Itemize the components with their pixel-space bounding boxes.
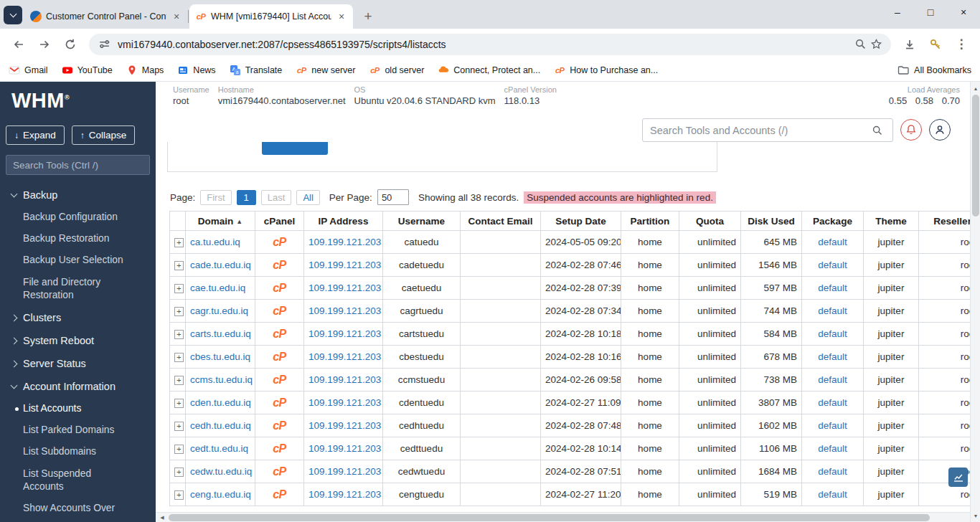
collapse-button[interactable]: ↑ Collapse [72,125,136,145]
column-header-package[interactable]: Package [802,212,864,231]
expand-row-icon[interactable]: + [174,422,184,431]
cpanel-login-icon[interactable]: cP [273,305,286,317]
analytics-fab[interactable] [948,468,968,487]
url-bar[interactable]: vmi1679440.contaboserver.net:2087/cpsess… [89,34,891,55]
expand-row-icon[interactable]: + [174,468,184,477]
vertical-scroll-thumb[interactable] [972,95,979,217]
site-controls-icon[interactable] [96,37,112,52]
ip-address-link[interactable]: 109.199.121.203 [308,283,381,293]
ip-address-link[interactable]: 109.199.121.203 [308,237,381,247]
expand-row-icon[interactable]: + [174,445,184,454]
column-header-quota[interactable]: Quota [679,212,741,231]
tab-close-icon[interactable]: × [171,11,182,22]
sidebar-item-clusters[interactable]: Clusters [0,306,156,329]
package-link[interactable]: default [818,328,847,339]
cpanel-login-icon[interactable]: cP [273,259,286,271]
expand-button[interactable]: ↓ Expand [6,125,65,145]
sidebar-item-list-suspended-accounts[interactable]: List Suspended Accounts [0,463,156,498]
domain-link[interactable]: cae.tu.edu.iq [190,283,245,293]
browser-tab-whm[interactable]: cP WHM [vmi1679440] List Accou × [189,4,353,29]
expand-row-icon[interactable]: + [174,261,184,270]
sidebar-item-file-and-directory-restoration[interactable]: File and Directory Restoration [0,272,156,306]
per-page-input[interactable] [377,189,409,205]
tab-search-button[interactable] [4,6,22,24]
ip-address-link[interactable]: 109.199.121.203 [308,397,381,408]
package-link[interactable]: default [818,420,847,431]
package-link[interactable]: default [818,305,847,316]
ip-address-link[interactable]: 109.199.121.203 [308,305,381,316]
domain-link[interactable]: cedh.tu.edu.iq [190,420,251,431]
bookmark-news[interactable]: News [177,65,215,76]
package-link[interactable]: default [818,397,847,408]
cpanel-login-icon[interactable]: cP [273,374,286,386]
bookmark-new-server[interactable]: cPnew server [296,65,355,76]
reload-button[interactable] [61,35,80,54]
package-link[interactable]: default [818,489,847,500]
sidebar-item-list-subdomains[interactable]: List Subdomains [0,441,156,462]
bookmark-how-to-purchase-an[interactable]: cPHow to Purchase an... [554,65,658,76]
horizontal-scroll-thumb[interactable] [169,514,930,521]
ip-address-link[interactable]: 109.199.121.203 [308,489,381,500]
domain-link[interactable]: cagr.tu.edu.iq [190,305,248,316]
password-key-icon[interactable] [926,35,945,54]
bookmark-star-icon[interactable] [868,37,884,52]
sidebar-item-backup[interactable]: Backup [0,184,156,207]
main-search-box[interactable] [642,118,893,142]
horizontal-scrollbar[interactable]: ◀ ▶ [156,512,980,522]
zoom-icon[interactable] [852,37,868,52]
url-text[interactable]: vmi1679440.contaboserver.net:2087/cpsess… [118,39,847,50]
ip-address-link[interactable]: 109.199.121.203 [308,260,381,270]
domain-link[interactable]: cade.tu.edu.iq [190,260,251,270]
bookmark-youtube[interactable]: YouTube [62,65,113,76]
column-header-setup-date[interactable]: Setup Date [541,212,621,231]
domain-link[interactable]: cedt.tu.edu.iq [190,443,248,454]
vertical-scrollbar[interactable]: ▲ ▼ [970,82,980,522]
cpanel-login-icon[interactable]: cP [273,351,286,363]
ip-address-link[interactable]: 109.199.121.203 [308,351,381,362]
back-button[interactable] [9,35,28,54]
package-link[interactable]: default [818,351,847,362]
all-pages-button[interactable]: All [296,190,319,205]
cpanel-login-icon[interactable]: cP [273,397,286,409]
sidebar-item-show-accounts-over[interactable]: Show Accounts Over [0,498,156,519]
account-menu-button[interactable] [929,119,951,141]
ip-address-link[interactable]: 109.199.121.203 [308,328,381,339]
domain-link[interactable]: ccms.tu.edu.iq [190,374,253,385]
notifications-button[interactable] [900,119,922,141]
last-page-button[interactable]: Last [261,190,292,205]
expand-row-icon[interactable]: + [174,284,184,293]
bookmark-maps[interactable]: Maps [126,65,164,76]
package-link[interactable]: default [818,260,847,270]
sidebar-item-system-reboot[interactable]: System Reboot [0,329,156,352]
cpanel-login-icon[interactable]: cP [273,419,286,432]
main-search-input[interactable] [650,125,870,136]
sidebar-item-backup-restoration[interactable]: Backup Restoration [0,228,156,250]
maximize-button[interactable]: □ [914,0,947,24]
sidebar-item-account-information[interactable]: Account Information [0,375,156,398]
column-header-username[interactable]: Username [383,212,461,231]
column-header-cpanel[interactable]: cPanel [255,212,304,231]
sidebar-item-list-parked-domains[interactable]: List Parked Domains [0,419,156,441]
close-button[interactable]: × [947,0,980,24]
cpanel-login-icon[interactable]: cP [273,488,286,500]
column-header-disk-used[interactable]: Disk Used [741,212,802,231]
scroll-left-icon[interactable]: ◀ [157,513,167,522]
sidebar-item-backup-user-selection[interactable]: Backup User Selection [0,250,156,271]
scroll-down-icon[interactable]: ▼ [971,511,980,521]
package-link[interactable]: default [818,237,847,247]
ip-address-link[interactable]: 109.199.121.203 [308,443,381,454]
first-page-button[interactable]: First [200,190,231,205]
cpanel-login-icon[interactable]: cP [273,282,286,294]
minimize-button[interactable]: – [881,0,914,24]
bookmark-old-server[interactable]: cPold server [369,65,424,76]
cpanel-login-icon[interactable]: cP [273,465,286,478]
expand-row-icon[interactable]: + [174,490,184,500]
column-header-domain[interactable]: Domain▲ [186,212,255,231]
bookmark-gmail[interactable]: Gmail [9,65,48,76]
ip-address-link[interactable]: 109.199.121.203 [308,466,381,477]
bookmark-connect-protect-an[interactable]: Connect, Protect an... [438,65,540,76]
expand-row-icon[interactable]: + [174,399,184,408]
expand-row-icon[interactable]: + [174,353,184,362]
package-link[interactable]: default [818,443,847,454]
current-page-button[interactable]: 1 [237,190,256,205]
